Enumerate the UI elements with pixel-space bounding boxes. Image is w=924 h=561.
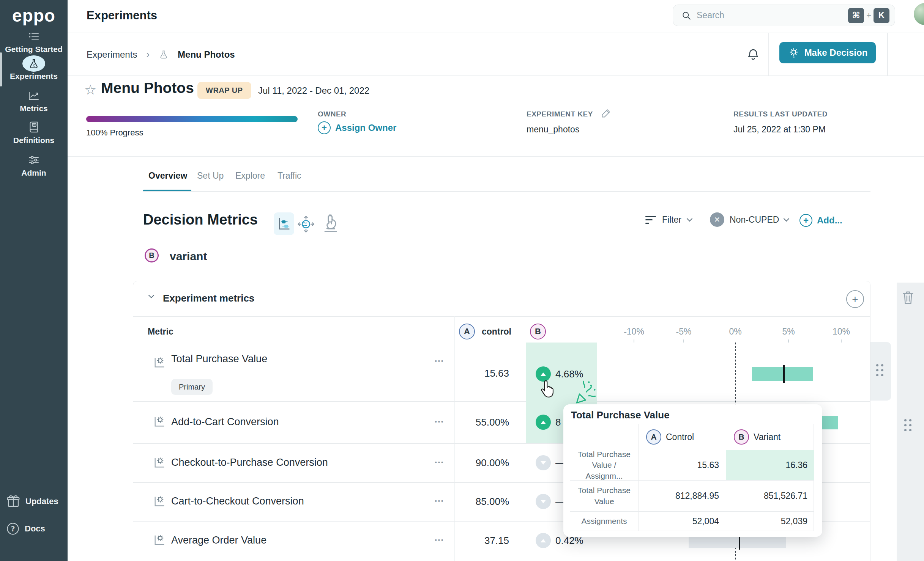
tooltip-variant-header: B Variant	[726, 424, 814, 450]
results-updated-label: RESULTS LAST UPDATED	[733, 110, 828, 118]
axis-mark	[683, 339, 684, 343]
tooltip-table: A Control B Variant Total Purchase Value…	[570, 424, 814, 531]
tooltip-control-value: 15.63	[638, 450, 726, 480]
column-divider	[454, 316, 455, 561]
table-top-border	[133, 316, 870, 317]
chevron-right-icon: ›	[146, 49, 150, 60]
collapse-chevron-icon[interactable]	[148, 292, 155, 299]
gift-icon	[6, 494, 21, 509]
axis-tick: -10%	[624, 327, 644, 337]
chevron-down-icon	[784, 215, 790, 222]
assign-owner-label: Assign Owner	[335, 123, 396, 133]
lift-value: 4.68%	[555, 368, 583, 380]
global-lift-button[interactable]	[296, 214, 316, 236]
diagnostics-button[interactable]	[321, 214, 340, 236]
axis-mark	[841, 339, 842, 343]
tab-traffic[interactable]: Traffic	[278, 171, 301, 181]
plus-icon: +	[799, 214, 812, 227]
tooltip-row-label: Total Purchase Value	[570, 480, 638, 511]
add-metric-circle-button[interactable]: +	[846, 290, 864, 308]
lift-up-indicator[interactable]	[536, 415, 551, 430]
drag-dots-icon[interactable]	[904, 419, 911, 431]
eppo-logo[interactable]: eppo	[0, 5, 68, 26]
control-value: 15.63	[399, 368, 509, 379]
metric-gear-icon	[153, 494, 167, 508]
tab-explore[interactable]: Explore	[235, 171, 265, 181]
control-column-header: control	[482, 327, 511, 337]
boxplot-view-button[interactable]	[274, 212, 294, 235]
variant-b-badge: B	[734, 429, 749, 445]
metric-name[interactable]: Average Order Value	[171, 534, 266, 546]
search-box[interactable]: ⌘ + K	[673, 5, 895, 26]
sidebar-item-label: Getting Started	[0, 45, 68, 54]
metric-name[interactable]: Cart-to-Checkout Conversion	[171, 495, 304, 507]
make-decision-button[interactable]: Make Decision	[779, 42, 876, 63]
metric-name[interactable]: Checkout-to-Purchase Conversion	[171, 457, 328, 468]
tab-set-up[interactable]: Set Up	[197, 171, 224, 181]
metric-name[interactable]: Add-to-Cart Conversion	[171, 416, 279, 428]
star-icon[interactable]: ☆	[84, 82, 96, 98]
add-metric-button[interactable]: + Add...	[799, 214, 842, 227]
axis-mark	[634, 339, 634, 343]
sidebar-item-admin[interactable]: Admin	[0, 154, 68, 178]
axis-tick: 10%	[833, 327, 850, 337]
sidebar-item-getting-started[interactable]: Getting Started	[0, 31, 68, 54]
row-more-button[interactable]: •••	[428, 358, 451, 364]
progress-bar	[86, 116, 298, 122]
bell-icon[interactable]	[746, 47, 760, 62]
metric-name[interactable]: Total Purchase Value	[171, 353, 267, 365]
primary-tag: Primary	[171, 379, 213, 395]
lift-down-indicator[interactable]	[536, 494, 551, 509]
ci-mean-tick	[739, 534, 740, 550]
owner-label: OWNER	[318, 110, 346, 118]
boxplot-icon	[277, 216, 291, 231]
sidebar-item-updates[interactable]: Updates	[6, 494, 58, 509]
lift-up-indicator[interactable]	[536, 533, 551, 548]
sidebar-item-label: Definitions	[0, 136, 68, 145]
cmd-key-badge: ⌘	[848, 8, 864, 23]
make-decision-label: Make Decision	[804, 47, 868, 58]
lift-down-indicator[interactable]	[536, 455, 551, 470]
breadcrumb-bar: Experiments › Menu Photos Make Decision …	[68, 33, 924, 76]
hand-cursor-icon	[539, 379, 557, 399]
right-rail	[897, 283, 924, 561]
sliders-icon	[27, 154, 40, 166]
breadcrumb-current: Menu Photos	[178, 49, 235, 60]
top-bar: Experiments ⌘ + K	[68, 0, 924, 33]
cuped-label: Non-CUPED	[730, 215, 779, 225]
tooltip-variant-label: Variant	[754, 432, 781, 442]
microscope-icon	[321, 214, 340, 234]
variant-b-badge: B	[145, 248, 159, 262]
sidebar-item-definitions[interactable]: Definitions	[0, 121, 68, 145]
search-icon	[681, 11, 691, 20]
x-circle-icon: ✕	[710, 212, 724, 227]
shortcut-plus: +	[866, 11, 871, 20]
assign-owner-button[interactable]: + Assign Owner	[318, 121, 396, 134]
tab-overview[interactable]: Overview	[148, 171, 187, 181]
search-input[interactable]	[697, 10, 848, 20]
filter-button[interactable]: Filter	[645, 215, 692, 225]
tooltip-control-value: 52,004	[638, 511, 726, 531]
status-badge: WRAP UP	[197, 82, 251, 99]
flask-icon	[28, 58, 39, 69]
sidebar-item-experiments[interactable]: Experiments	[0, 58, 68, 81]
trash-icon[interactable]	[900, 289, 916, 305]
edit-pencil-icon[interactable]	[601, 108, 612, 118]
cuped-toggle[interactable]: ✕ Non-CUPED	[710, 212, 788, 227]
sidebar-item-metrics[interactable]: Metrics	[0, 90, 68, 113]
metric-gear-icon	[153, 533, 167, 547]
sidebar-item-docs[interactable]: ? Docs	[6, 522, 45, 536]
experiment-key-value: menu_photos	[527, 124, 579, 135]
breadcrumb: Experiments › Menu Photos	[87, 33, 235, 76]
row-drag-handle[interactable]	[870, 342, 891, 401]
chart-icon	[27, 90, 40, 102]
user-avatar[interactable]	[914, 3, 924, 25]
ci-bar	[752, 367, 813, 381]
metric-tooltip: Total Purchase Value A Control B Variant…	[563, 404, 822, 537]
tooltip-title: Total Purchase Value	[571, 409, 670, 421]
sidebar-item-label: Metrics	[0, 104, 68, 113]
breadcrumb-root[interactable]: Experiments	[87, 49, 137, 60]
metric-gear-icon	[153, 456, 167, 469]
chevron-down-icon	[687, 216, 693, 222]
sidebar-item-label: Docs	[25, 524, 45, 534]
